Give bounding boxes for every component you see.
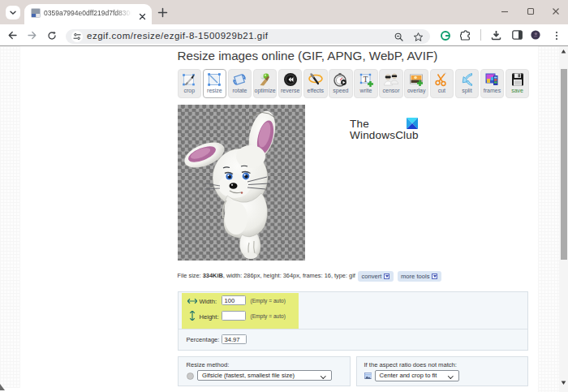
svg-text:T: T [363, 75, 368, 84]
